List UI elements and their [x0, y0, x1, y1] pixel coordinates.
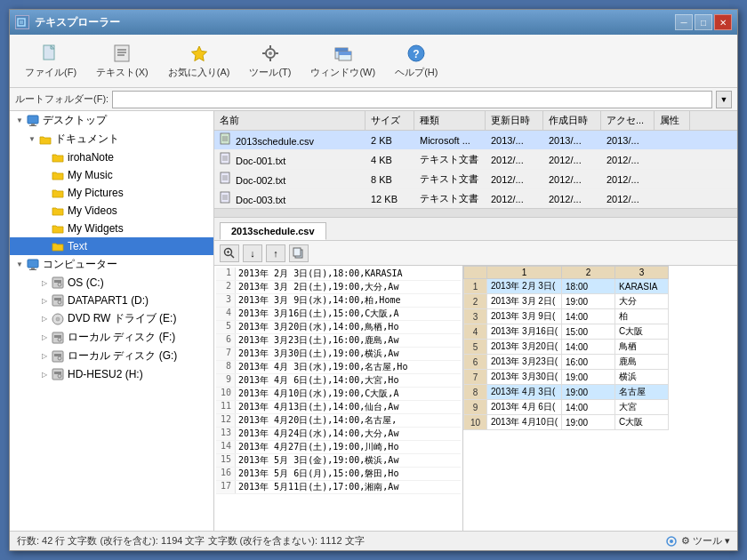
grid-body: 12013年 2月 3日(18:00KARASIA22013年 3月 2日(19… — [464, 279, 669, 430]
preview-up-btn[interactable]: ↑ — [266, 244, 285, 262]
file-col-header-attr[interactable]: 属性 — [655, 111, 690, 130]
toolbar-help[interactable]: ? ヘルプ(H) — [387, 38, 446, 84]
file-row[interactable]: Doc-003.txt12 KBテキスト文書2012/...2012/...20… — [214, 189, 737, 208]
sidebar-item-pictures[interactable]: My Pictures — [10, 184, 213, 202]
tree-expand-pictures — [38, 187, 51, 199]
line-content: 2013年 3月 9日(水),14:00,柏,Home — [236, 294, 403, 307]
sidebar-item-music[interactable]: My Music — [10, 166, 213, 184]
grid-row[interactable]: 102013年 4月10日(19:00C大阪 — [464, 415, 669, 430]
text-preview[interactable]: 12013年 2月 3日(日),18:00,KARASIA22013年 3月 2… — [214, 266, 463, 531]
grid-row[interactable]: 62013年 3月23日(16:00鹿島 — [464, 355, 669, 370]
svg-rect-22 — [28, 116, 38, 124]
file-col-header-modified[interactable]: 更新日時 — [486, 111, 543, 130]
sidebar-item-c[interactable]: ▷OS (C:) — [10, 274, 213, 292]
svg-text:?: ? — [414, 48, 420, 60]
sidebar-item-videos[interactable]: My Videos — [10, 202, 213, 220]
sidebar-item-g[interactable]: ▷ローカル ディスク (G:) — [10, 347, 213, 365]
file-row[interactable]: 2013schedule.csv2 KBMicrosoft ...2013/..… — [214, 131, 737, 150]
sidebar: ▼デスクトップ▼ドキュメントirohaNoteMy MusicMy Pictur… — [10, 111, 214, 531]
grid-row[interactable]: 92013年 4月 6日(14:00大宮 — [464, 400, 669, 415]
preview-search-btn[interactable] — [220, 244, 239, 262]
tree-icon-d — [51, 293, 65, 308]
minimize-button[interactable]: ─ — [675, 14, 693, 30]
file-cell-name: 2013schedule.csv — [214, 131, 365, 149]
toolbar-window[interactable]: ウィンドウ(W) — [302, 38, 383, 84]
help-icon: ? — [406, 43, 427, 64]
sidebar-item-label-f: ローカル ディスク (F:) — [68, 330, 175, 345]
grid-row[interactable]: 22013年 3月 2日(19:00大分 — [464, 294, 669, 309]
text-preview-line: 82013年 4月 3日(水),19:00,名古屋,Ho — [216, 361, 461, 374]
address-label: ルートフォルダー(F): — [15, 92, 108, 106]
sidebar-item-computer[interactable]: ▼コンピューター — [10, 255, 213, 274]
preview-toolbar: ↓ ↑ — [214, 241, 737, 266]
address-dropdown[interactable]: ▼ — [716, 91, 732, 108]
text-preview-line: 112013年 4月13日(土),14:00,仙台,Aw — [216, 401, 461, 414]
tree-expand-c: ▷ — [38, 276, 51, 289]
maximize-button[interactable]: □ — [695, 14, 712, 30]
grid-preview[interactable]: 1 2 3 12013年 2月 3日(18:00KARASIA22013年 3月… — [463, 266, 737, 531]
address-input[interactable] — [112, 91, 712, 108]
grid-cell-time: 14:00 — [562, 340, 615, 355]
grid-row[interactable]: 32013年 3月 9日(14:00柏 — [464, 309, 669, 324]
sidebar-item-widgets[interactable]: My Widgets — [10, 220, 213, 237]
preview-copy-btn[interactable] — [289, 244, 309, 262]
sidebar-item-label-text: Text — [68, 240, 87, 252]
file-col-header-accessed[interactable]: アクセ... — [601, 111, 655, 130]
line-number: 4 — [216, 308, 236, 320]
sidebar-item-d[interactable]: ▷DATAPART1 (D:) — [10, 292, 213, 309]
text-icon — [111, 43, 133, 64]
tree-expand-computer: ▼ — [13, 259, 26, 271]
tree-expand-videos — [38, 204, 51, 217]
file-cell: 4 KB — [365, 153, 414, 167]
grid-row[interactable]: 12013年 2月 3日(18:00KARASIA — [464, 279, 669, 294]
grid-cell-location: 鳥栖 — [615, 340, 669, 355]
file-list-scrollbar-h[interactable] — [214, 208, 737, 217]
window-controls: ─ □ ✕ — [675, 14, 732, 30]
grid-col-header-empty — [464, 267, 487, 279]
sidebar-item-label-computer: コンピューター — [43, 257, 117, 272]
grid-row-num: 3 — [464, 309, 487, 324]
file-cell: 2012/... — [601, 172, 655, 187]
sidebar-item-h[interactable]: ▷HD-HESU2 (H:) — [10, 365, 213, 383]
toolbar-text[interactable]: テキスト(X) — [88, 38, 157, 84]
sidebar-item-text[interactable]: Text — [10, 237, 213, 255]
file-col-header-type[interactable]: 種類 — [414, 111, 486, 130]
grid-cell-time: 14:00 — [562, 309, 615, 324]
file-cell: 12 KB — [365, 192, 414, 206]
file-row[interactable]: Doc-002.txt8 KBテキスト文書2012/...2012/...201… — [214, 170, 737, 189]
file-row[interactable]: Doc-001.txt4 KBテキスト文書2012/...2012/...201… — [214, 150, 737, 170]
line-content: 2013年 3月16日(土),15:00,C大阪,A — [236, 308, 401, 320]
close-button[interactable]: ✕ — [714, 14, 732, 30]
sidebar-item-documents[interactable]: ▼ドキュメント — [10, 130, 213, 148]
file-col-header-size[interactable]: サイズ — [365, 111, 414, 130]
grid-row[interactable]: 72013年 3月30日(19:00横浜 — [464, 370, 669, 385]
grid-row[interactable]: 42013年 3月16日(15:00C大阪 — [464, 324, 669, 340]
statusbar-tools[interactable]: ⚙ ツール ▾ — [665, 534, 730, 548]
sidebar-item-iroha[interactable]: irohaNote — [10, 148, 213, 166]
grid-col-header-2: 2 — [562, 267, 615, 279]
file-cell: テキスト文書 — [414, 190, 486, 207]
sidebar-item-e[interactable]: ▷DVD RW ドライブ (E:) — [10, 309, 213, 328]
grid-row[interactable]: 82013年 4月 3日(19:00名古屋 — [464, 385, 669, 400]
svg-rect-27 — [29, 269, 36, 270]
file-col-header-created[interactable]: 作成日時 — [543, 111, 601, 130]
svg-rect-25 — [28, 260, 38, 268]
statusbar-tools-label[interactable]: ⚙ ツール ▾ — [681, 534, 730, 548]
sidebar-item-f[interactable]: ▷ローカル ディスク (F:) — [10, 328, 213, 347]
file-cell: 2013/... — [601, 133, 655, 148]
line-number: 17 — [216, 481, 236, 493]
tree-expand-e: ▷ — [38, 313, 51, 325]
preview-down-btn[interactable]: ↓ — [243, 244, 262, 262]
toolbar-tools[interactable]: ツール(T) — [241, 38, 299, 84]
sidebar-item-label-h: HD-HESU2 (H:) — [68, 368, 143, 380]
toolbar-favorites[interactable]: お気に入り(A) — [160, 38, 238, 84]
preview-area: 12013年 2月 3日(日),18:00,KARASIA22013年 3月 2… — [214, 266, 737, 531]
file-col-header-name[interactable]: 名前 — [214, 111, 365, 130]
grid-table: 1 2 3 12013年 2月 3日(18:00KARASIA22013年 3月… — [463, 266, 669, 430]
favorites-icon — [189, 43, 210, 64]
toolbar-file[interactable]: ファイル(F) — [17, 38, 84, 84]
line-number: 6 — [216, 334, 236, 347]
preview-tab[interactable]: 2013schedule.csv — [220, 222, 326, 240]
sidebar-item-desktop[interactable]: ▼デスクトップ — [10, 111, 213, 130]
grid-row[interactable]: 52013年 3月20日(14:00鳥栖 — [464, 340, 669, 355]
